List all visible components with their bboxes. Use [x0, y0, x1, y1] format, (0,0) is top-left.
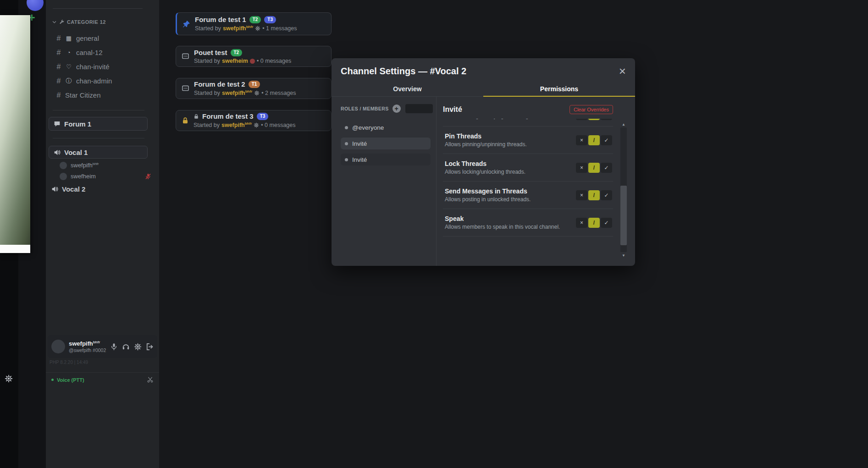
permission-toggle-group: × / ✓: [576, 190, 612, 200]
sidebar-item-star-citizen[interactable]: # Star Citizen: [56, 88, 152, 102]
permissions-pane: Invité Clear Overrides Allows adding/mod…: [443, 97, 627, 266]
thread-meta: Started by swefpifhbhfr • 2 messages: [194, 89, 296, 96]
permission-info: Speak Allows members to speak in this vo…: [445, 215, 560, 230]
add-role-button[interactable]: +: [393, 105, 401, 113]
permission-toggle-group: × / ✓: [576, 135, 612, 145]
user-avatar[interactable]: [51, 340, 65, 353]
thread-card-pouet-test[interactable]: Pouet test T2 Started by swefheim • 0 me…: [176, 46, 332, 67]
author-badge-icon: [254, 90, 260, 96]
voice-status-label: Voice (PTT): [57, 377, 84, 383]
mic-muted-icon: [145, 173, 151, 180]
role-item-everyone[interactable]: @everyone: [341, 121, 431, 133]
scroll-down-icon[interactable]: ▼: [620, 253, 627, 258]
scroll-up-icon[interactable]: ▲: [620, 121, 627, 127]
clear-overrides-button[interactable]: Clear Overrides: [569, 105, 613, 114]
thread-card-forum-de-test-2[interactable]: Forum de test 2 T1 Started by swefpifhbh…: [176, 78, 332, 99]
allow-button[interactable]: ✓: [601, 218, 612, 228]
tab-permissions[interactable]: Permissions: [483, 81, 635, 96]
lock-icon: [182, 117, 189, 124]
category-header[interactable]: CATEGORIE 12: [52, 19, 106, 25]
allow-button[interactable]: ✓: [601, 135, 612, 145]
deny-button[interactable]: ×: [576, 190, 587, 200]
neutral-button[interactable]: /: [588, 190, 600, 200]
vertical-divider: [436, 97, 437, 266]
deny-button[interactable]: ×: [576, 163, 587, 173]
permission-row-pin-threads: Pin Threads Allows pinning/unpinning thr…: [443, 127, 613, 154]
allow-button[interactable]: ✓: [601, 163, 612, 173]
forum-icon: [54, 121, 61, 127]
speaker-icon: [54, 149, 61, 156]
thread-title: Forum de test 2: [194, 80, 245, 88]
sidebar-item-vocal-2[interactable]: Vocal 2: [51, 183, 85, 194]
deny-button[interactable]: ×: [576, 119, 587, 120]
tab-overview[interactable]: Overview: [332, 81, 483, 96]
mic-icon[interactable]: [110, 343, 118, 351]
sidebar-item-chan-admin[interactable]: # ⓘ chan-admin: [56, 74, 152, 88]
modal-title: Channel Settings — #Vocal 2: [341, 66, 466, 77]
gear-icon[interactable]: [134, 343, 142, 351]
neutral-button[interactable]: /: [588, 119, 600, 120]
modal-header: Channel Settings — #Vocal 2 ×: [332, 58, 635, 81]
modal-scrollbar[interactable]: ▲ ▼: [620, 121, 627, 258]
sidebar-item-chan-invite[interactable]: # ♡ chan-invité: [56, 60, 152, 74]
category-label: CATEGORIE 12: [67, 19, 106, 25]
hash-icon: #: [56, 91, 61, 99]
close-icon[interactable]: ×: [619, 66, 626, 76]
neutral-button[interactable]: /: [588, 135, 600, 145]
permissions-scroll-viewport[interactable]: Allows adding/modifying forum tags. × / …: [443, 119, 613, 256]
thread-title: Pouet test: [194, 49, 227, 56]
permission-info: Send Messages in Threads Allows posting …: [445, 187, 531, 203]
user-identity: swefpifhbhfr @swefpifh #0002: [69, 340, 106, 353]
permission-toggle-group: × / ✓: [576, 218, 612, 228]
role-item-invite-selected[interactable]: Invité: [341, 138, 431, 149]
sidebar-divider: [53, 110, 144, 110]
permission-row-send-messages-threads: Send Messages in Threads Allows posting …: [443, 182, 613, 209]
thread-card-forum-de-test-1[interactable]: Forum de test 1 T2 T3 Started by swefpif…: [176, 12, 332, 35]
sidebar-item-canal-12[interactable]: # ◔ canal-12: [56, 45, 152, 60]
screenshare-preview-bottom: [0, 245, 30, 253]
logout-icon[interactable]: [146, 343, 154, 351]
hash-icon: #: [56, 77, 61, 85]
permissions-header: Invité Clear Overrides: [443, 105, 613, 114]
permission-row-forum-tags: Allows adding/modifying forum tags. × / …: [443, 119, 613, 127]
sidebar-item-general[interactable]: # ▦ general: [56, 31, 152, 45]
message-count: • 0 messages: [261, 122, 295, 128]
permission-title: Speak: [445, 215, 560, 222]
deny-button[interactable]: ×: [576, 218, 587, 228]
role-item-invite-2[interactable]: Invité: [341, 154, 431, 165]
sidebar-item-forum-1[interactable]: Forum 1: [49, 117, 148, 131]
voice-user-swefpifh[interactable]: swefpifhbhfr: [60, 160, 152, 171]
allow-button[interactable]: ✓: [601, 190, 612, 200]
message-count: • 2 messages: [261, 90, 296, 96]
thread-title: Forum de test 1: [195, 16, 246, 23]
allow-button[interactable]: ✓: [601, 119, 612, 120]
sidebar-item-vocal-1[interactable]: Vocal 1: [49, 146, 148, 159]
role-picker-box[interactable]: [405, 104, 433, 113]
forum-label: Forum 1: [64, 120, 91, 128]
headphones-icon[interactable]: [122, 343, 130, 351]
permission-desc: Allows members to speak in this vocal ch…: [445, 224, 560, 230]
vocal-channel-label: Vocal 1: [64, 149, 88, 156]
deny-button[interactable]: ×: [576, 135, 587, 145]
permission-desc: Allows pinning/unpinning threads.: [445, 141, 527, 148]
avatar: [60, 162, 67, 169]
channel-emoji: ▦: [65, 35, 72, 42]
hash-icon: #: [56, 49, 61, 57]
sidebar-divider: [53, 138, 144, 138]
chevron-down-icon: [52, 20, 57, 25]
channel-sidebar: CATEGORIE 12 # ▦ general # ◔ canal-12 # …: [46, 0, 159, 468]
author-badge-icon: [255, 26, 260, 31]
permission-row-lock-threads: Lock Threads Allows locking/unlocking th…: [443, 154, 613, 182]
ptt-keybind-icon[interactable]: [147, 376, 154, 383]
role-name: Invité: [352, 156, 367, 163]
avatar: [60, 173, 67, 180]
neutral-button[interactable]: /: [588, 218, 600, 228]
screenshare-preview[interactable]: [0, 15, 30, 253]
scrollbar-thumb[interactable]: [620, 186, 627, 245]
neutral-button[interactable]: /: [588, 163, 600, 173]
settings-gear-icon[interactable]: [5, 374, 13, 383]
build-info: PHP 8.2.20 | 14:49: [50, 360, 88, 365]
voice-user-swefheim[interactable]: swefheim: [60, 171, 152, 182]
user-handle: @swefpifh #0002: [69, 347, 106, 353]
thread-card-forum-de-test-3[interactable]: Forum de test 3 T3 Started by swefpifhbh…: [176, 110, 332, 131]
